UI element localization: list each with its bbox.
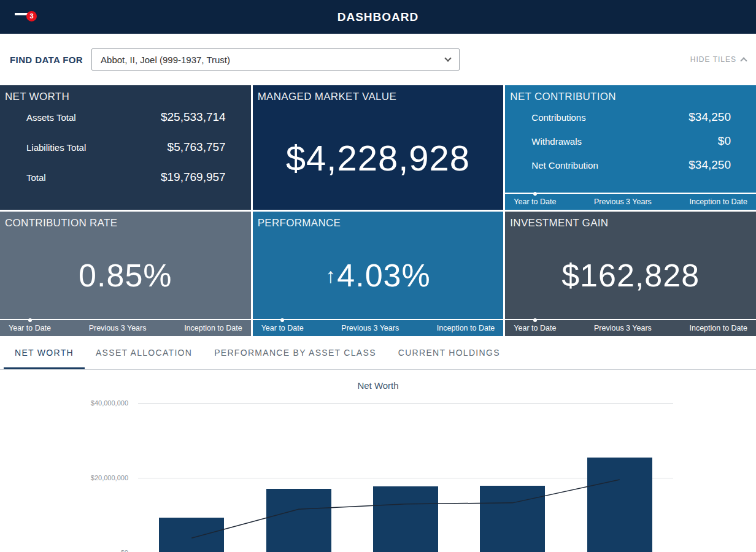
net-worth-row-assets: Assets Total $25,533,714: [26, 110, 226, 124]
chart-y-axis: $40,000,000$20,000,000$0: [0, 403, 128, 552]
period-selector: Year to Date Previous 3 Years Inception …: [253, 319, 504, 336]
up-arrow-icon: ↑: [325, 264, 336, 288]
net-worth-row-total: Total $19,769,957: [26, 171, 226, 184]
period-year-to-date[interactable]: Year to Date: [514, 324, 556, 332]
tile-title: PERFORMANCE: [253, 212, 504, 232]
y-axis-tick-label: $40,000,000: [91, 399, 128, 407]
net-worth-row-liabilities: Liabilities Total $5,763,757: [26, 140, 226, 154]
period-year-to-date[interactable]: Year to Date: [261, 324, 304, 332]
contribution-rate-value: 0.85%: [79, 257, 172, 294]
tab-current-holdings[interactable]: CURRENT HOLDINGS: [387, 336, 511, 369]
chart-plot: $40,000,000$20,000,000$0: [138, 403, 673, 552]
tile-investment-gain: INVESTMENT GAIN $162,828 Year to Date Pr…: [505, 212, 756, 336]
chart-trend-line: [138, 403, 673, 552]
tile-contribution-rate: CONTRIBUTION RATE 0.85% Year to Date Pre…: [0, 212, 251, 336]
period-year-to-date[interactable]: Year to Date: [9, 324, 51, 332]
find-data-bar: FIND DATA FOR Abbot, II, Joel (999-1937,…: [0, 34, 756, 85]
period-previous-3-years[interactable]: Previous 3 Years: [594, 324, 652, 332]
period-previous-3-years[interactable]: Previous 3 Years: [341, 324, 399, 332]
tile-title: NET CONTRIBUTION: [505, 85, 756, 105]
account-select[interactable]: Abbot, II, Joel (999-1937, Trust): [91, 48, 460, 71]
tab-net-worth[interactable]: NET WORTH: [4, 336, 85, 369]
y-axis-tick-label: $0: [121, 549, 128, 552]
period-previous-3-years[interactable]: Previous 3 Years: [89, 324, 147, 332]
find-data-label: FIND DATA FOR: [10, 55, 83, 65]
tile-net-contribution: NET CONTRIBUTION Contributions $34,250 W…: [505, 85, 756, 210]
chevron-down-icon: [444, 55, 451, 61]
net-worth-chart-section: Net Worth $40,000,000$20,000,000$0: [0, 370, 756, 551]
tile-performance: PERFORMANCE ↑ 4.03% Year to Date Previou…: [253, 212, 504, 336]
tile-title: NET WORTH: [0, 85, 251, 105]
investment-gain-value: $162,828: [561, 257, 700, 294]
y-axis-tick-label: $20,000,000: [91, 474, 128, 481]
chart-title: Net Worth: [0, 370, 756, 391]
chevron-up-icon: [740, 57, 747, 64]
app-header: 3 DASHBOARD: [0, 0, 756, 34]
period-inception-to-date[interactable]: Inception to Date: [689, 197, 747, 206]
net-contribution-row-withdrawals: Withdrawals $0: [531, 134, 731, 148]
net-contribution-row-contributions: Contributions $34,250: [531, 110, 731, 124]
tile-title: INVESTMENT GAIN: [505, 212, 756, 232]
period-inception-to-date[interactable]: Inception to Date: [689, 324, 747, 332]
tab-performance-by-asset-class[interactable]: PERFORMANCE BY ASSET CLASS: [203, 336, 387, 369]
tile-managed-market-value: MANAGED MARKET VALUE $4,228,928: [253, 85, 504, 210]
account-select-value: Abbot, II, Joel (999-1937, Trust): [101, 55, 230, 65]
period-selector: Year to Date Previous 3 Years Inception …: [0, 319, 251, 336]
net-contribution-row-net: Net Contribution $34,250: [531, 158, 731, 172]
period-inception-to-date[interactable]: Inception to Date: [184, 324, 242, 332]
hide-tiles-button[interactable]: HIDE TILES: [690, 55, 746, 64]
period-previous-3-years[interactable]: Previous 3 Years: [594, 197, 652, 206]
period-selector: Year to Date Previous 3 Years Inception …: [505, 319, 756, 336]
tile-net-worth: NET WORTH Assets Total $25,533,714 Liabi…: [0, 85, 251, 210]
period-year-to-date[interactable]: Year to Date: [514, 197, 556, 206]
period-inception-to-date[interactable]: Inception to Date: [437, 324, 495, 332]
performance-value: 4.03%: [337, 257, 430, 294]
page-title: DASHBOARD: [0, 10, 756, 24]
tile-title: MANAGED MARKET VALUE: [253, 85, 504, 105]
period-selector: Year to Date Previous 3 Years Inception …: [505, 193, 756, 210]
summary-tiles: NET WORTH Assets Total $25,533,714 Liabi…: [0, 85, 756, 336]
tab-asset-allocation[interactable]: ASSET ALLOCATION: [85, 336, 203, 369]
hide-tiles-label: HIDE TILES: [690, 55, 736, 64]
managed-market-value: $4,228,928: [286, 137, 470, 178]
tile-title: CONTRIBUTION RATE: [0, 212, 251, 232]
section-tabs: NET WORTH ASSET ALLOCATION PERFORMANCE B…: [0, 336, 756, 370]
